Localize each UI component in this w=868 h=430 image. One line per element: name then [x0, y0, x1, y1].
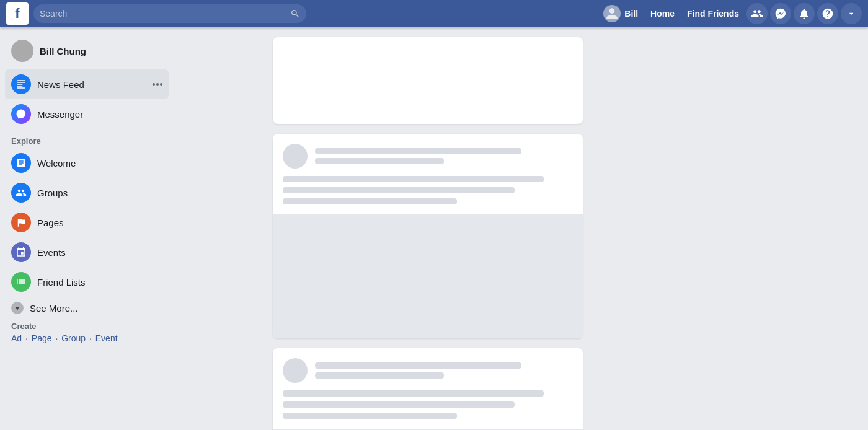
sidebar-user-profile[interactable]: Bill Chung: [5, 35, 169, 67]
sidebar: Bill Chung News Feed Messenger E: [0, 27, 174, 430]
sidebar-item-friend-lists[interactable]: Friend Lists: [5, 267, 169, 297]
skeleton-body: [283, 390, 573, 419]
messenger-icon: [774, 7, 787, 20]
skeleton-line: [315, 362, 521, 369]
facebook-logo[interactable]: f: [6, 2, 29, 25]
chevron-down-icon: [846, 9, 856, 19]
avatar: [11, 40, 33, 62]
feed-column: [273, 37, 583, 430]
help-icon-btn[interactable]: [817, 3, 838, 24]
right-sidebar: [682, 27, 868, 430]
skeleton-header: [283, 358, 573, 383]
page-layout: Bill Chung News Feed Messenger E: [0, 27, 868, 430]
create-links: Ad · Page · Group · Event: [11, 333, 162, 343]
find-friends-link[interactable]: Find Friends: [682, 6, 744, 21]
post-card: [273, 37, 583, 124]
welcome-label: Welcome: [37, 158, 76, 169]
news-feed-label: News Feed: [37, 79, 84, 90]
user-menu[interactable]: Bill: [598, 2, 643, 25]
messenger-icon-btn[interactable]: [770, 3, 791, 24]
search-bar[interactable]: [33, 4, 306, 23]
user-name-label: Bill: [624, 9, 638, 19]
skeleton-image: [273, 214, 583, 338]
create-section: Create Ad · Page · Group · Event: [5, 319, 169, 348]
post-card-inner: [273, 134, 583, 214]
account-dropdown-btn[interactable]: [841, 3, 862, 24]
skeleton-line: [283, 413, 457, 419]
groups-icon: [11, 183, 31, 203]
skeleton-avatar: [283, 358, 308, 383]
skeleton-header-lines: [315, 148, 573, 164]
see-more-item[interactable]: ▼ See More...: [5, 297, 169, 319]
skeleton-line: [283, 198, 457, 204]
pages-label: Pages: [37, 217, 64, 228]
see-more-chevron-icon: ▼: [11, 302, 24, 314]
friend-lists-icon: [11, 272, 31, 292]
skeleton-line: [315, 158, 444, 164]
sidebar-item-messenger[interactable]: Messenger: [5, 99, 169, 129]
events-icon: [11, 242, 31, 262]
skeleton-header: [283, 144, 573, 169]
sidebar-item-welcome[interactable]: Welcome: [5, 148, 169, 178]
create-section-title: Create: [11, 322, 162, 331]
skeleton-line: [283, 390, 544, 397]
create-group-link[interactable]: Group: [61, 333, 86, 343]
skeleton-line: [283, 187, 515, 193]
skeleton-line: [283, 401, 515, 408]
skeleton-avatar: [283, 144, 308, 169]
home-link[interactable]: Home: [645, 6, 680, 21]
explore-section-title: Explore: [5, 129, 169, 148]
help-icon: [822, 7, 834, 20]
post-card-placeholder: [273, 37, 583, 124]
messenger-label: Messenger: [37, 109, 83, 120]
sidebar-item-events[interactable]: Events: [5, 237, 169, 267]
avatar: [603, 5, 621, 22]
skeleton-line: [315, 372, 444, 379]
skeleton-body: [283, 176, 573, 204]
sidebar-item-groups[interactable]: Groups: [5, 178, 169, 208]
post-card: [273, 134, 583, 338]
search-icon: [290, 9, 300, 19]
messenger-nav-icon: [11, 104, 31, 124]
create-ad-link[interactable]: Ad: [11, 333, 22, 343]
bell-icon: [798, 7, 810, 20]
post-card: [273, 348, 583, 430]
skeleton-line: [315, 148, 521, 154]
post-card-inner: [273, 348, 583, 429]
sidebar-item-news-feed[interactable]: News Feed: [5, 69, 169, 99]
skeleton-header-lines: [315, 362, 573, 379]
news-feed-icon: [11, 74, 31, 94]
search-input[interactable]: [40, 9, 288, 19]
main-content: [174, 27, 682, 430]
see-more-label: See More...: [30, 303, 78, 314]
pages-icon: [11, 213, 31, 232]
friend-lists-label: Friend Lists: [37, 277, 86, 287]
create-event-link[interactable]: Event: [95, 333, 118, 343]
sidebar-user-name: Bill Chung: [40, 46, 86, 56]
news-feed-more-btn[interactable]: [153, 83, 162, 86]
skeleton-line: [283, 176, 544, 182]
top-navigation: f Bill Home Find Friends: [0, 0, 868, 27]
create-page-link[interactable]: Page: [32, 333, 52, 343]
topnav-right: Bill Home Find Friends: [598, 2, 862, 25]
friend-requests-icon-btn[interactable]: [746, 3, 768, 24]
notifications-icon-btn[interactable]: [794, 3, 815, 24]
welcome-icon: [11, 153, 31, 173]
people-icon: [751, 7, 763, 20]
sidebar-item-pages[interactable]: Pages: [5, 208, 169, 237]
groups-label: Groups: [37, 188, 68, 198]
events-label: Events: [37, 247, 66, 258]
